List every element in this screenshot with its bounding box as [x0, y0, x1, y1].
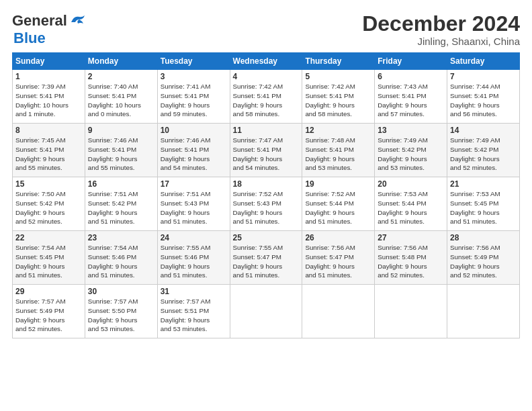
day-number: 3 [161, 72, 227, 81]
day-info: Sunrise: 7:39 AMSunset: 5:41 PMDaylight:… [15, 82, 82, 119]
day-info: Sunrise: 7:47 AMSunset: 5:41 PMDaylight:… [233, 136, 300, 173]
table-row: 26Sunrise: 7:56 AMSunset: 5:47 PMDayligh… [302, 231, 375, 285]
day-info: Sunrise: 7:50 AMSunset: 5:42 PMDaylight:… [15, 189, 82, 226]
table-row [302, 285, 375, 338]
day-number: 23 [88, 233, 154, 242]
day-number: 1 [15, 72, 82, 81]
day-info: Sunrise: 7:51 AMSunset: 5:43 PMDaylight:… [161, 189, 227, 226]
table-row: 13Sunrise: 7:49 AMSunset: 5:42 PMDayligh… [375, 124, 447, 177]
day-number: 4 [233, 72, 300, 81]
day-info: Sunrise: 7:56 AMSunset: 5:49 PMDaylight:… [450, 243, 517, 280]
day-info: Sunrise: 7:42 AMSunset: 5:41 PMDaylight:… [233, 82, 300, 119]
table-row: 11Sunrise: 7:47 AMSunset: 5:41 PMDayligh… [230, 124, 302, 177]
calendar-week-row: 15Sunrise: 7:50 AMSunset: 5:42 PMDayligh… [13, 177, 520, 231]
day-info: Sunrise: 7:48 AMSunset: 5:41 PMDaylight:… [305, 136, 371, 173]
calendar-week-row: 1Sunrise: 7:39 AMSunset: 5:41 PMDaylight… [13, 70, 520, 124]
day-info: Sunrise: 7:46 AMSunset: 5:41 PMDaylight:… [161, 136, 227, 173]
day-info: Sunrise: 7:55 AMSunset: 5:46 PMDaylight:… [161, 243, 227, 280]
col-tuesday: Tuesday [157, 53, 230, 70]
col-wednesday: Wednesday [230, 53, 302, 70]
day-number: 5 [305, 72, 371, 81]
table-row: 19Sunrise: 7:52 AMSunset: 5:44 PMDayligh… [302, 177, 375, 231]
day-info: Sunrise: 7:53 AMSunset: 5:45 PMDaylight:… [450, 189, 517, 226]
day-number: 30 [88, 287, 154, 296]
title-block: December 2024 Jinling, Shaanxi, China [362, 12, 520, 47]
calendar-week-row: 29Sunrise: 7:57 AMSunset: 5:49 PMDayligh… [13, 285, 520, 338]
table-row: 16Sunrise: 7:51 AMSunset: 5:42 PMDayligh… [85, 177, 157, 231]
day-info: Sunrise: 7:40 AMSunset: 5:41 PMDaylight:… [88, 82, 154, 119]
day-info: Sunrise: 7:46 AMSunset: 5:41 PMDaylight:… [88, 136, 154, 173]
table-row: 18Sunrise: 7:52 AMSunset: 5:43 PMDayligh… [230, 177, 302, 231]
table-row: 21Sunrise: 7:53 AMSunset: 5:45 PMDayligh… [447, 177, 520, 231]
day-info: Sunrise: 7:57 AMSunset: 5:51 PMDaylight:… [161, 297, 227, 334]
day-info: Sunrise: 7:55 AMSunset: 5:47 PMDaylight:… [233, 243, 300, 280]
table-row: 10Sunrise: 7:46 AMSunset: 5:41 PMDayligh… [157, 124, 230, 177]
header: General Blue December 2024 Jinling, Shaa… [12, 12, 520, 47]
day-info: Sunrise: 7:42 AMSunset: 5:41 PMDaylight:… [305, 82, 371, 119]
table-row: 3Sunrise: 7:41 AMSunset: 5:41 PMDaylight… [157, 70, 230, 124]
day-info: Sunrise: 7:45 AMSunset: 5:41 PMDaylight:… [15, 136, 82, 173]
day-number: 8 [15, 126, 82, 135]
page: General Blue December 2024 Jinling, Shaa… [0, 0, 532, 411]
day-number: 12 [305, 126, 371, 135]
day-info: Sunrise: 7:52 AMSunset: 5:43 PMDaylight:… [233, 189, 300, 226]
day-number: 28 [450, 233, 517, 242]
table-row: 31Sunrise: 7:57 AMSunset: 5:51 PMDayligh… [157, 285, 230, 338]
table-row: 22Sunrise: 7:54 AMSunset: 5:45 PMDayligh… [13, 231, 85, 285]
day-number: 14 [450, 126, 517, 135]
table-row: 17Sunrise: 7:51 AMSunset: 5:43 PMDayligh… [157, 177, 230, 231]
calendar-week-row: 22Sunrise: 7:54 AMSunset: 5:45 PMDayligh… [13, 231, 520, 285]
day-info: Sunrise: 7:51 AMSunset: 5:42 PMDaylight:… [88, 189, 154, 226]
day-number: 18 [233, 179, 300, 189]
day-info: Sunrise: 7:57 AMSunset: 5:49 PMDaylight:… [15, 297, 82, 334]
day-number: 29 [15, 287, 82, 296]
day-number: 31 [161, 287, 227, 296]
table-row: 4Sunrise: 7:42 AMSunset: 5:41 PMDaylight… [230, 70, 302, 124]
table-row: 7Sunrise: 7:44 AMSunset: 5:41 PMDaylight… [447, 70, 520, 124]
day-info: Sunrise: 7:56 AMSunset: 5:47 PMDaylight:… [305, 243, 371, 280]
day-info: Sunrise: 7:49 AMSunset: 5:42 PMDaylight:… [450, 136, 517, 173]
day-info: Sunrise: 7:43 AMSunset: 5:41 PMDaylight:… [378, 82, 444, 119]
logo-general: General [12, 12, 67, 30]
calendar-header-row: Sunday Monday Tuesday Wednesday Thursday… [13, 53, 520, 70]
col-thursday: Thursday [302, 53, 375, 70]
table-row: 1Sunrise: 7:39 AMSunset: 5:41 PMDaylight… [13, 70, 85, 124]
day-number: 17 [161, 179, 227, 189]
day-info: Sunrise: 7:41 AMSunset: 5:41 PMDaylight:… [161, 82, 227, 119]
table-row [447, 285, 520, 338]
table-row: 14Sunrise: 7:49 AMSunset: 5:42 PMDayligh… [447, 124, 520, 177]
day-number: 16 [88, 179, 154, 189]
table-row: 9Sunrise: 7:46 AMSunset: 5:41 PMDaylight… [85, 124, 157, 177]
day-number: 19 [305, 179, 371, 189]
day-number: 26 [305, 233, 371, 242]
day-number: 10 [161, 126, 227, 135]
day-info: Sunrise: 7:57 AMSunset: 5:50 PMDaylight:… [88, 297, 154, 334]
day-info: Sunrise: 7:54 AMSunset: 5:46 PMDaylight:… [88, 243, 154, 280]
table-row: 2Sunrise: 7:40 AMSunset: 5:41 PMDaylight… [85, 70, 157, 124]
table-row: 24Sunrise: 7:55 AMSunset: 5:46 PMDayligh… [157, 231, 230, 285]
table-row: 8Sunrise: 7:45 AMSunset: 5:41 PMDaylight… [13, 124, 85, 177]
month-year-title: December 2024 [362, 12, 520, 36]
table-row: 27Sunrise: 7:56 AMSunset: 5:48 PMDayligh… [375, 231, 447, 285]
day-number: 15 [15, 179, 82, 189]
table-row: 12Sunrise: 7:48 AMSunset: 5:41 PMDayligh… [302, 124, 375, 177]
table-row: 28Sunrise: 7:56 AMSunset: 5:49 PMDayligh… [447, 231, 520, 285]
day-number: 7 [450, 72, 517, 81]
table-row: 25Sunrise: 7:55 AMSunset: 5:47 PMDayligh… [230, 231, 302, 285]
day-number: 22 [15, 233, 82, 242]
day-number: 21 [450, 179, 517, 189]
logo: General Blue [12, 12, 87, 47]
day-number: 9 [88, 126, 154, 135]
day-number: 24 [161, 233, 227, 242]
table-row [230, 285, 302, 338]
table-row: 20Sunrise: 7:53 AMSunset: 5:44 PMDayligh… [375, 177, 447, 231]
col-saturday: Saturday [447, 53, 520, 70]
day-number: 11 [233, 126, 300, 135]
day-number: 2 [88, 72, 154, 81]
logo-blue: Blue [13, 30, 46, 46]
day-number: 27 [378, 233, 444, 242]
day-info: Sunrise: 7:56 AMSunset: 5:48 PMDaylight:… [378, 243, 444, 280]
table-row: 23Sunrise: 7:54 AMSunset: 5:46 PMDayligh… [85, 231, 157, 285]
table-row: 5Sunrise: 7:42 AMSunset: 5:41 PMDaylight… [302, 70, 375, 124]
day-info: Sunrise: 7:53 AMSunset: 5:44 PMDaylight:… [378, 189, 444, 226]
